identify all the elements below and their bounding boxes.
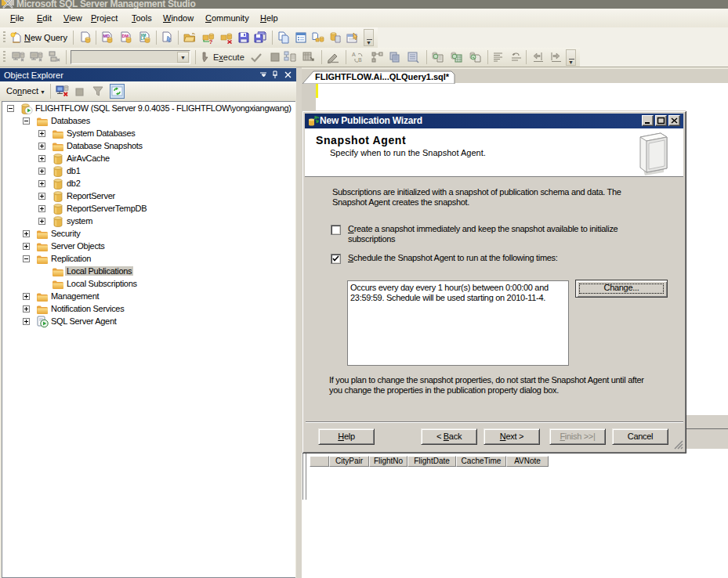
svg-text:?: ? — [209, 38, 213, 45]
svg-text:A: A — [352, 52, 356, 57]
svg-text:B: B — [358, 57, 362, 63]
